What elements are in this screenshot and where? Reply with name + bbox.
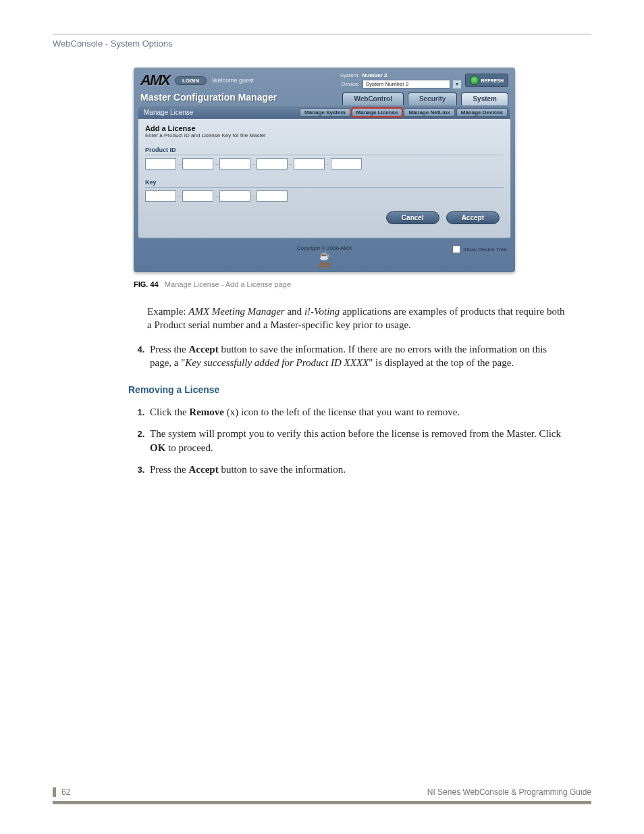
- step-4: Press the Accept button to save the info…: [147, 342, 567, 370]
- main-tabs: WebControl Security System: [342, 93, 508, 105]
- page-header: WebConsole - System Options: [53, 34, 591, 49]
- accept-button[interactable]: Accept: [446, 211, 500, 224]
- panel-title: Manage License: [144, 109, 193, 116]
- figure-caption-text: Manage License - Add a License page: [165, 280, 291, 288]
- product-id-seg-5[interactable]: [294, 158, 325, 170]
- document-page: WebConsole - System Options AMX LOGIN We…: [0, 0, 644, 834]
- refresh-icon: [470, 76, 479, 85]
- screenshot-footer: Copyright © 2006 AMX ☕ Java Show Device …: [134, 242, 515, 272]
- key-row: - - -: [145, 190, 504, 202]
- figure-wrap: AMX LOGIN Welcome guest System: Number 2…: [134, 68, 515, 288]
- removing-license-heading: Removing a License: [128, 384, 591, 395]
- show-device-tree[interactable]: Show Device Tree: [452, 245, 507, 253]
- chevron-down-icon[interactable]: ▾: [453, 80, 461, 88]
- subtab-manage-system[interactable]: Manage System: [300, 108, 350, 117]
- amx-logo-area: AMX LOGIN Welcome guest: [140, 72, 254, 89]
- webconsole-screenshot: AMX LOGIN Welcome guest System: Number 2…: [134, 68, 515, 272]
- footer-title: NI Series WebConsole & Programming Guide: [427, 787, 591, 797]
- header-title: WebConsole - System Options: [53, 38, 173, 49]
- product-id-seg-6[interactable]: [331, 158, 362, 170]
- refresh-label: REFRESH: [481, 78, 504, 83]
- system-panel: Manage License Manage System Manage Lice…: [138, 105, 511, 238]
- add-license-subtext: Enter a Product ID and License Key for t…: [145, 132, 504, 138]
- device-label: Device:: [340, 81, 360, 87]
- figure-caption: FIG. 44 Manage License - Add a License p…: [134, 280, 515, 288]
- remove-step-1: Click the Remove (x) icon to the left of…: [147, 405, 567, 419]
- product-id-seg-4[interactable]: [257, 158, 288, 170]
- mcm-title: Master Configuration Manager: [140, 92, 277, 105]
- product-id-seg-2[interactable]: [182, 158, 213, 170]
- panel-body: Add a License Enter a Product ID and Lic…: [138, 119, 510, 238]
- key-seg-2[interactable]: [182, 190, 213, 202]
- device-select-value: System Number 2: [366, 81, 409, 87]
- key-seg-4[interactable]: [257, 190, 288, 202]
- refresh-button[interactable]: REFRESH: [465, 74, 508, 87]
- product-id-seg-1[interactable]: [145, 158, 176, 170]
- figure-number: FIG. 44: [134, 280, 159, 288]
- show-device-tree-checkbox[interactable]: [452, 245, 460, 253]
- removing-steps: Click the Remove (x) icon to the left of…: [128, 405, 567, 476]
- tab-webcontrol[interactable]: WebControl: [342, 93, 403, 105]
- example-paragraph: Example: AMX Meeting Manager and i!-Voti…: [147, 305, 567, 332]
- tab-system[interactable]: System: [461, 93, 508, 105]
- remove-step-2: The system will prompt you to verify thi…: [147, 427, 567, 454]
- product-id-label: Product ID: [145, 147, 504, 155]
- java-block: Copyright © 2006 AMX ☕ Java: [297, 245, 352, 267]
- page-number: 62: [53, 787, 70, 797]
- show-device-tree-label: Show Device Tree: [463, 246, 507, 253]
- amx-logo-icon: AMX: [140, 72, 169, 89]
- panel-subbar: Manage License Manage System Manage Lice…: [138, 106, 510, 119]
- java-label: Java: [297, 261, 352, 267]
- sub-tabs: Manage System Manage License Manage NetL…: [300, 108, 508, 117]
- tab-security[interactable]: Security: [408, 93, 457, 105]
- key-seg-3[interactable]: [219, 190, 250, 202]
- screenshot-topbar: AMX LOGIN Welcome guest System: Number 2…: [134, 68, 515, 92]
- page-footer: 62 NI Series WebConsole & Programming Gu…: [53, 787, 591, 804]
- product-id-seg-3[interactable]: [219, 158, 250, 170]
- system-info: System: Number 2 Device: System Number 2…: [340, 72, 461, 88]
- welcome-text: Welcome guest: [212, 77, 254, 84]
- copyright-text: Copyright © 2006 AMX: [297, 245, 352, 251]
- device-select[interactable]: System Number 2: [363, 80, 450, 88]
- dialog-buttons: Cancel Accept: [145, 211, 504, 228]
- subtab-manage-license[interactable]: Manage License: [352, 108, 403, 117]
- login-button[interactable]: LOGIN: [175, 76, 207, 85]
- system-value: Number 2: [363, 72, 450, 78]
- system-label: System:: [340, 72, 360, 78]
- subtab-manage-netlinx[interactable]: Manage NetLinx: [404, 108, 454, 117]
- product-id-row: - - - - -: [145, 158, 504, 170]
- subtab-manage-devices[interactable]: Manage Devices: [456, 108, 508, 117]
- steps-continued: Press the Accept button to save the info…: [128, 342, 567, 370]
- key-seg-1[interactable]: [145, 190, 176, 202]
- cancel-button[interactable]: Cancel: [386, 211, 439, 224]
- add-license-heading: Add a License: [145, 124, 504, 132]
- key-label: Key: [145, 179, 504, 188]
- java-cup-icon: ☕: [297, 251, 352, 261]
- remove-step-3: Press the Accept button to save the info…: [147, 463, 567, 476]
- mcm-row: Master Configuration Manager WebControl …: [134, 92, 515, 105]
